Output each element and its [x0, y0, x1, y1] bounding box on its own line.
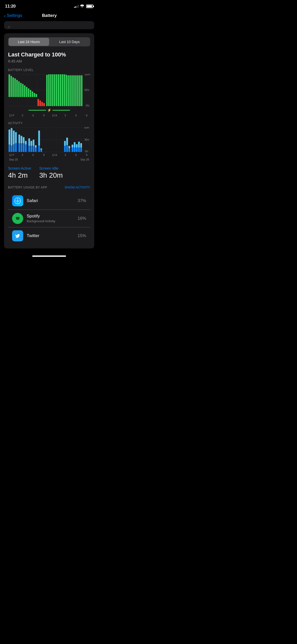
twitter-icon — [12, 230, 23, 241]
svg-rect-37 — [62, 74, 63, 106]
svg-rect-72 — [21, 143, 22, 152]
charge-title: Last Charged to 100% — [8, 51, 90, 58]
battery-status-icon — [86, 5, 93, 8]
svg-rect-86 — [38, 146, 40, 152]
status-icons — [74, 4, 93, 8]
back-button[interactable]: ‹ Settings — [4, 13, 22, 18]
x-label: 9 — [41, 114, 46, 117]
svg-marker-114 — [16, 199, 19, 202]
status-time: 11:20 — [5, 4, 16, 9]
svg-rect-97 — [74, 142, 76, 148]
home-bar — [32, 255, 66, 257]
svg-rect-22 — [32, 91, 33, 97]
screen-idle-label: Screen Idle — [39, 166, 63, 170]
svg-rect-29 — [46, 75, 48, 106]
date-labels-row: Sep 25 Sep 26 — [8, 158, 90, 161]
svg-rect-41 — [70, 75, 71, 106]
svg-rect-26 — [40, 101, 41, 106]
app-pct-safari: 37% — [78, 198, 86, 203]
x-label: 6 — [31, 154, 36, 156]
svg-rect-102 — [78, 148, 80, 152]
time-segment-control[interactable]: Last 24 Hours Last 10 Days — [8, 37, 90, 46]
svg-rect-67 — [15, 132, 17, 143]
svg-rect-87 — [40, 148, 42, 150]
svg-rect-91 — [66, 138, 68, 145]
svg-rect-30 — [48, 74, 50, 106]
spotify-icon — [12, 213, 23, 224]
home-indicator — [0, 253, 98, 261]
tab-last-24-hours[interactable]: Last 24 Hours — [9, 38, 49, 46]
svg-rect-12 — [12, 77, 14, 97]
svg-rect-20 — [28, 88, 29, 97]
x-label: 12 A — [52, 114, 57, 117]
svg-rect-80 — [30, 146, 32, 152]
svg-rect-61 — [9, 130, 10, 145]
svg-rect-69 — [18, 135, 20, 143]
x-label: 3 — [63, 114, 68, 117]
svg-rect-78 — [28, 146, 30, 152]
x-label: 12 A — [52, 154, 57, 156]
svg-rect-63 — [11, 128, 13, 146]
app-row-spotify[interactable]: Spotify Background Activity 16% — [8, 210, 90, 227]
svg-rect-89 — [64, 141, 66, 146]
svg-rect-46 — [79, 75, 81, 106]
wifi-icon — [80, 4, 84, 8]
activity-x-axis: 12 P 3 6 9 12 A 3 6 9 — [8, 154, 90, 156]
signal-icon — [74, 5, 79, 8]
app-pct-spotify: 16% — [78, 216, 86, 221]
svg-rect-35 — [58, 74, 59, 106]
app-usage-label: BATTERY USAGE BY APP — [8, 186, 47, 189]
app-info-twitter: Twitter — [27, 233, 78, 238]
svg-rect-77 — [28, 138, 30, 146]
activity-chart: 60m 30m 0m — [8, 127, 90, 152]
svg-rect-92 — [66, 145, 68, 152]
svg-rect-43 — [73, 75, 75, 106]
status-bar: 11:20 — [0, 0, 98, 11]
show-activity-button[interactable]: SHOW ACTIVITY — [64, 185, 90, 189]
svg-rect-70 — [18, 143, 20, 152]
svg-rect-95 — [72, 145, 73, 148]
svg-rect-76 — [25, 145, 27, 152]
svg-rect-31 — [50, 74, 52, 106]
svg-rect-90 — [64, 146, 66, 152]
battery-level-chart: 100% 50% 0% — [8, 74, 90, 107]
svg-rect-65 — [13, 131, 15, 144]
svg-rect-15 — [18, 81, 20, 97]
screen-active-label: Screen Active — [8, 166, 31, 170]
app-name-spotify: Spotify — [27, 214, 78, 219]
svg-rect-103 — [80, 143, 82, 148]
svg-rect-21 — [30, 90, 31, 97]
svg-rect-98 — [74, 148, 76, 152]
svg-text:100%: 100% — [84, 74, 90, 76]
svg-rect-10 — [9, 74, 10, 97]
x-label: 6 — [74, 114, 79, 117]
app-pct-twitter: 15% — [78, 233, 86, 238]
app-row-twitter[interactable]: Twitter 15% — [8, 227, 90, 244]
svg-rect-44 — [75, 75, 77, 106]
partial-card: y — [4, 21, 94, 29]
svg-rect-13 — [14, 78, 16, 97]
svg-rect-83 — [35, 145, 37, 148]
date-right: Sep 26 — [80, 158, 89, 161]
activity-label: ACTIVITY — [8, 121, 90, 125]
svg-rect-66 — [13, 144, 15, 152]
x-label: 3 — [63, 154, 68, 156]
svg-rect-101 — [78, 142, 80, 148]
svg-text:30m: 30m — [84, 138, 89, 141]
app-info-spotify: Spotify Background Activity — [27, 214, 78, 223]
bolt-icon: ⚡ — [47, 108, 51, 112]
svg-rect-93 — [69, 146, 70, 148]
svg-rect-38 — [64, 74, 65, 106]
svg-rect-34 — [56, 74, 57, 106]
app-row-safari[interactable]: Safari 37% — [8, 192, 90, 210]
svg-text:60m: 60m — [84, 127, 89, 129]
svg-rect-40 — [68, 75, 69, 106]
svg-rect-33 — [54, 74, 55, 106]
date-left: Sep 25 — [9, 158, 18, 161]
svg-rect-73 — [23, 137, 24, 143]
main-content-card: Last 24 Hours Last 10 Days Last Charged … — [4, 33, 94, 248]
tab-last-10-days[interactable]: Last 10 Days — [49, 38, 90, 46]
svg-text:0%: 0% — [86, 104, 89, 107]
svg-rect-45 — [77, 75, 79, 106]
x-label: 3 — [20, 114, 25, 117]
